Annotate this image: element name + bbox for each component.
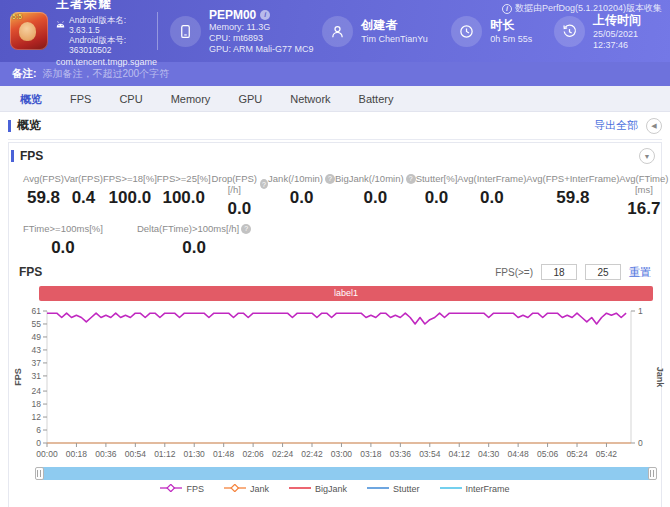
icon-badge: 5:5: [12, 13, 22, 20]
svg-text:04:12: 04:12: [449, 449, 471, 459]
overview-title: 概览: [8, 117, 41, 134]
stat-item: FPS>=18[%]100.0: [103, 173, 157, 219]
device-info: PEPM00 i Memory: 11.3G CPU: mt6893 GPU: …: [170, 8, 316, 55]
stat-value: 0.0: [457, 188, 526, 208]
help-icon[interactable]: ?: [406, 174, 416, 184]
stat-item: BigJank(/10min)?0.0: [335, 173, 416, 219]
help-icon[interactable]: ?: [325, 174, 335, 184]
legend-item-Jank[interactable]: Jank: [224, 484, 269, 494]
fps-threshold-label: FPS(>=): [495, 267, 533, 278]
title-accent: [8, 120, 11, 132]
upload-time-value: 25/05/2021 12:37:46: [593, 29, 660, 51]
svg-text:24: 24: [32, 386, 42, 396]
app-package: com.tencent.tmgp.sgame: [56, 57, 157, 67]
stat-label: Delta(FTime)>100ms[/h]: [137, 223, 239, 234]
fps-chart[interactable]: 061218243137434955610100:0000:1800:3600:…: [9, 301, 661, 465]
device-info-icon[interactable]: i: [260, 10, 270, 20]
header: i 数据由PerfDog(5.1.210204)版本收集 5:5 王者荣耀 An…: [0, 0, 670, 62]
legend-marker-icon: [367, 484, 389, 494]
svg-text:02:06: 02:06: [242, 449, 264, 459]
stat-value: 100.0: [103, 188, 157, 208]
svg-text:05:42: 05:42: [596, 449, 618, 459]
svg-text:02:24: 02:24: [272, 449, 294, 459]
stat-value: 16.7: [619, 199, 668, 219]
stat-value: 0.0: [335, 188, 416, 208]
svg-text:05:24: 05:24: [566, 449, 588, 459]
threshold-low-input[interactable]: [541, 264, 577, 280]
stat-item: Var(FPS)0.4: [64, 173, 103, 219]
stat-label: Avg(InterFrame): [457, 173, 526, 184]
svg-text:31: 31: [32, 371, 42, 381]
export-all-link[interactable]: 导出全部: [594, 118, 638, 133]
svg-text:04:48: 04:48: [507, 449, 529, 459]
help-icon[interactable]: ?: [260, 179, 268, 189]
android-version-code: Android版本号: 363010502: [69, 35, 157, 55]
svg-text:37: 37: [32, 358, 42, 368]
upload-time-info: 上传时间 25/05/2021 12:37:46: [554, 12, 660, 51]
fps-stats-row1: Avg(FPS)59.8Var(FPS)0.4FPS>=18[%]100.0FP…: [9, 169, 661, 221]
tab-CPU[interactable]: CPU: [105, 86, 156, 112]
svg-text:0: 0: [36, 438, 41, 448]
creator-info: 创建者 Tim ChenTianYu: [322, 16, 451, 47]
title-accent: [11, 150, 14, 162]
threshold-high-input[interactable]: [585, 264, 621, 280]
legend-item-Stutter[interactable]: Stutter: [367, 484, 420, 494]
stat-item: Avg(FTime)[ms]16.7: [619, 173, 668, 219]
stat-value: 59.8: [526, 188, 619, 208]
tab-FPS[interactable]: FPS: [56, 86, 105, 112]
legend-label: BigJank: [315, 484, 347, 494]
note-label: 备注:: [12, 67, 37, 81]
legend-item-FPS[interactable]: FPS: [160, 484, 204, 494]
legend-marker-icon: [224, 484, 246, 494]
stat-item: FPS>=25[%]100.0: [157, 173, 211, 219]
tab-Battery[interactable]: Battery: [345, 86, 408, 112]
svg-text:43: 43: [32, 345, 42, 355]
stat-item: Drop(FPS)[/h]?0.0: [211, 173, 268, 219]
header-divider: [157, 12, 158, 50]
slider-handle-right[interactable]: [648, 467, 657, 480]
game-app-icon: 5:5: [10, 12, 48, 50]
tab-Network[interactable]: Network: [276, 86, 344, 112]
stat-item: Delta(FTime)>100ms[/h]?0.0: [137, 223, 251, 258]
annotation-label1[interactable]: label1: [39, 286, 653, 301]
legend-item-InterFrame[interactable]: InterFrame: [440, 484, 510, 494]
slider-track[interactable]: [39, 467, 653, 480]
fps-panel: FPS ▼ Avg(FPS)59.8Var(FPS)0.4FPS>=18[%]1…: [8, 142, 662, 507]
source-note: i 数据由PerfDog(5.1.210204)版本收集: [502, 2, 662, 15]
user-icon: [322, 16, 353, 47]
stat-label: Avg(FPS): [23, 173, 64, 184]
stat-item: Jank(/10min)?0.0: [268, 173, 335, 219]
legend-item-BigJank[interactable]: BigJank: [289, 484, 347, 494]
tab-概览[interactable]: 概览: [6, 86, 56, 112]
slider-handle-left[interactable]: [35, 467, 44, 480]
stat-item: Avg(FPS+InterFrame)59.8: [526, 173, 619, 219]
note-input[interactable]: 添加备注，不超过200个字符: [43, 67, 659, 81]
svg-text:04:30: 04:30: [478, 449, 500, 459]
stat-item: Stutter[%]0.0: [416, 173, 458, 219]
stat-item: FTime>=100ms[%]0.0: [23, 223, 103, 258]
svg-text:00:18: 00:18: [66, 449, 88, 459]
svg-text:1: 1: [638, 306, 643, 316]
fps-stats-row2: FTime>=100ms[%]0.0Delta(FTime)>100ms[/h]…: [9, 221, 661, 260]
device-cpu: CPU: mt6893: [209, 33, 314, 44]
chart-range-slider[interactable]: [39, 467, 653, 480]
stat-value: 0.0: [416, 188, 458, 208]
stat-item: Avg(InterFrame)0.0: [457, 173, 526, 219]
stat-value: 0.4: [64, 188, 103, 208]
help-icon[interactable]: ?: [241, 224, 251, 234]
main-content: 概览 导出全部 ◀ FPS ▼ Avg(FPS)59.8Var(FPS)0.4F…: [0, 112, 670, 507]
collapse-sidebar-button[interactable]: ◀: [646, 118, 662, 134]
reset-link[interactable]: 重置: [629, 265, 651, 280]
legend-label: FPS: [186, 484, 204, 494]
stat-value: 0.0: [137, 238, 251, 258]
tab-Memory[interactable]: Memory: [157, 86, 225, 112]
stat-label: BigJank(/10min): [335, 173, 404, 184]
svg-text:00:36: 00:36: [95, 449, 117, 459]
stat-label: Avg(FPS+InterFrame): [526, 173, 619, 184]
svg-text:0: 0: [638, 438, 643, 448]
stat-value: 0.0: [268, 188, 335, 208]
legend-marker-icon: [160, 484, 182, 494]
device-memory: Memory: 11.3G: [209, 22, 314, 33]
collapse-fps-button[interactable]: ▼: [639, 148, 655, 164]
tab-GPU[interactable]: GPU: [224, 86, 276, 112]
